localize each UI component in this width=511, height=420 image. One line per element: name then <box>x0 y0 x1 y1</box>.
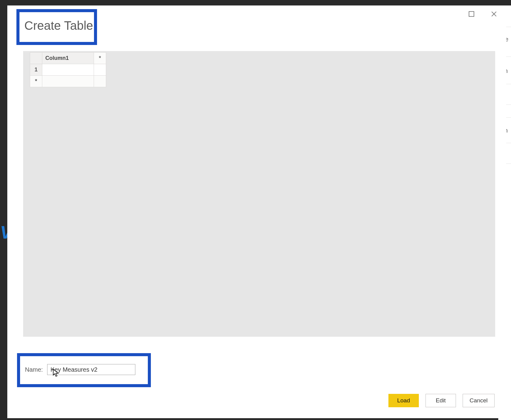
grid-column-header[interactable]: Column1 <box>42 53 94 64</box>
maximize-button[interactable] <box>465 8 478 20</box>
window-controls <box>465 8 500 20</box>
create-table-dialog: Create Table Column1 * 1 * <box>7 5 506 418</box>
data-grid-area: Column1 * 1 * <box>23 51 495 337</box>
name-label: Name: <box>25 366 43 373</box>
grid-cell-padding[interactable] <box>94 64 106 76</box>
name-row: Name: <box>25 364 135 375</box>
grid-header-row: Column1 * <box>30 53 106 64</box>
app-background: ilt Se on A on A V Cre <box>0 0 511 420</box>
grid-add-row-cell[interactable] <box>94 76 106 87</box>
data-grid[interactable]: Column1 * 1 * <box>30 52 106 87</box>
grid-add-row: * <box>30 76 106 87</box>
grid-corner-cell[interactable] <box>30 53 42 64</box>
grid-add-row-marker[interactable]: * <box>30 76 42 87</box>
svg-rect-0 <box>469 12 474 16</box>
dialog-footer: Load Edit Cancel <box>388 394 495 407</box>
edit-button[interactable]: Edit <box>426 394 456 407</box>
cancel-button[interactable]: Cancel <box>463 394 495 407</box>
dialog-title: Create Table <box>24 19 93 33</box>
bg-left-sliver: V <box>0 222 7 246</box>
close-icon <box>491 11 497 17</box>
close-button[interactable] <box>488 8 500 20</box>
maximize-icon <box>468 11 474 17</box>
topbar-strip <box>0 0 511 5</box>
grid-row-header[interactable]: 1 <box>30 64 42 76</box>
grid-add-row-cell[interactable] <box>42 76 94 87</box>
grid-cell[interactable] <box>42 64 94 76</box>
grid-add-column[interactable]: * <box>94 53 106 64</box>
name-input[interactable] <box>47 364 135 375</box>
grid-data-row: 1 <box>30 64 106 76</box>
load-button[interactable]: Load <box>388 394 419 407</box>
